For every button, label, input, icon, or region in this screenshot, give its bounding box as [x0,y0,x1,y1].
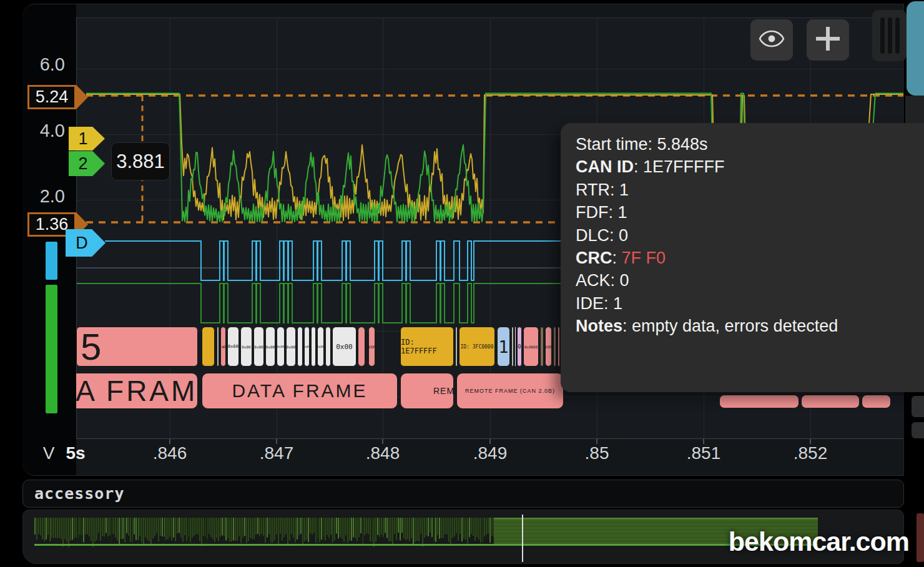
right-edge-button[interactable] [912,396,924,417]
can-frame-tooltip: Start time: 5.848sCAN ID: 1E7FFFFFRTR: 1… [561,123,924,392]
channel-tag-2[interactable]: 2 [69,151,105,176]
handle-ridge [888,17,892,54]
channel-tag-d[interactable]: D [66,229,106,257]
tooltip-line: DLC: 0 [576,224,924,247]
voltage-cursor-high-arrow [76,85,88,109]
side-panel-shadow [905,96,924,123]
right-edge-button[interactable] [912,422,924,438]
digital-channel-bar-cyan[interactable] [46,242,57,280]
tooltip-line: Start time: 5.848s [576,133,924,155]
tooltip-line: ACK: 0 [576,269,924,292]
eye-icon [758,27,785,52]
x-axis-unit: V [37,443,60,463]
visibility-button[interactable] [750,19,793,61]
tooltip-line: CRC: 7F F0 [576,247,924,269]
panel-drag-handle[interactable] [872,10,907,61]
y-label-4: 4.0 [25,121,65,141]
handle-ridge [895,17,900,54]
tooltip-line: Notes: empty data, errors detected [576,315,924,337]
digital-channel-bar-green[interactable] [46,285,57,413]
tooltip-line: RTR: 1 [576,179,924,201]
side-panel-edge[interactable] [907,1,924,96]
plus-icon [813,24,842,56]
tooltip-line: CAN ID: 1E7FFFFF [576,155,924,178]
voltage-cursor-high[interactable]: 5.24 [27,85,76,109]
y-label-2: 2.0 [25,186,65,207]
channel-tag-1[interactable]: 1 [69,127,105,150]
delta-readout: 3.881 [111,142,170,180]
handle-ridge [880,17,885,54]
tooltip-line: IDE: 1 [576,292,924,315]
watermark: bekomcar.com [729,526,909,557]
overview-right-marker [917,513,924,562]
x-axis-base: 5s [60,443,91,463]
add-button[interactable] [807,19,849,61]
tooltip-line: FDF: 1 [576,201,924,224]
y-label-6: 6.0 [25,54,65,75]
